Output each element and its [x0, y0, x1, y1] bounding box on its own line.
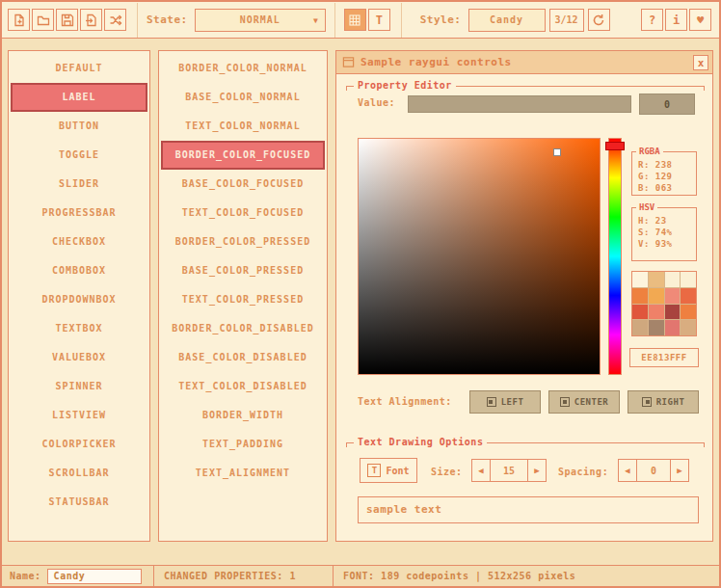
list-item[interactable]: LABEL — [11, 83, 147, 112]
list-item[interactable]: BASE_COLOR_DISABLED — [161, 343, 325, 372]
reload-style-button[interactable] — [588, 9, 610, 31]
open-folder-icon — [37, 13, 50, 27]
font-atlas-button[interactable]: T — [368, 9, 390, 31]
list-item[interactable]: TEXT_ALIGNMENT — [161, 459, 325, 488]
list-item[interactable]: SPINNER — [11, 372, 147, 401]
hue-bar[interactable] — [608, 138, 622, 375]
list-item[interactable]: SLIDER — [11, 170, 147, 199]
list-item[interactable]: COMBOBOX — [11, 256, 147, 285]
list-item[interactable]: DROPDOWNBOX — [11, 285, 147, 314]
color-swatch[interactable] — [665, 305, 681, 320]
spacing-increase-icon[interactable]: ▶ — [670, 459, 689, 482]
rgba-groupbox: RGBA R: 238 G: 129 B: 063 — [631, 151, 697, 196]
list-item[interactable]: TEXT_COLOR_DISABLED — [161, 372, 325, 401]
hex-color-textbox[interactable]: EE813FFF — [629, 348, 699, 367]
color-picker-area[interactable] — [358, 138, 601, 375]
color-swatch[interactable] — [681, 305, 696, 320]
text-alignment-label: Text Alignment: — [358, 396, 452, 407]
list-item[interactable]: SCROLLBAR — [11, 459, 147, 488]
list-item[interactable]: BUTTON — [11, 112, 147, 141]
size-label: Size: — [431, 467, 463, 477]
list-item[interactable]: BORDER_WIDTH — [161, 401, 325, 430]
list-item[interactable]: TEXT_COLOR_PRESSED — [161, 285, 325, 314]
color-picker-cursor[interactable] — [553, 148, 561, 156]
list-item[interactable]: BASE_COLOR_FOCUSED — [161, 170, 325, 199]
list-item[interactable]: BASE_COLOR_PRESSED — [161, 256, 325, 285]
close-icon[interactable]: x — [693, 55, 708, 70]
align-left-button[interactable]: LEFT — [469, 390, 541, 414]
list-item[interactable]: BORDER_COLOR_NORMAL — [161, 54, 325, 83]
align-right-button[interactable]: RIGHT — [628, 390, 699, 414]
text-drawing-label: Text Drawing Options — [354, 437, 487, 447]
list-item[interactable]: TEXT_COLOR_NORMAL — [161, 112, 325, 141]
sponsor-button[interactable]: ♥ — [689, 9, 711, 31]
color-swatch[interactable] — [665, 288, 681, 304]
random-style-button[interactable] — [104, 9, 126, 31]
new-style-button[interactable] — [8, 9, 30, 31]
open-style-button[interactable] — [32, 9, 54, 31]
statusbar-name-segment: Name: Candy — [2, 566, 154, 586]
shuffle-icon — [109, 13, 122, 27]
export-style-button[interactable] — [80, 9, 102, 31]
color-swatch[interactable] — [632, 272, 648, 287]
property-value-box[interactable]: 0 — [639, 94, 695, 115]
spacing-decrease-icon[interactable]: ◀ — [618, 459, 637, 482]
align-right-icon — [642, 397, 652, 407]
font-t-icon: T — [367, 464, 381, 477]
window-titlebar[interactable]: Sample raygui controls — [336, 51, 712, 74]
list-item[interactable]: DEFAULT — [11, 54, 147, 83]
list-item[interactable]: LISTVIEW — [11, 401, 147, 430]
table-view-button[interactable] — [344, 9, 366, 31]
color-swatch[interactable] — [632, 320, 648, 335]
align-center-button[interactable]: CENTER — [548, 390, 620, 414]
size-value[interactable]: 15 — [491, 459, 527, 482]
save-style-button[interactable] — [56, 9, 78, 31]
text-icon: T — [376, 13, 383, 27]
size-increase-icon[interactable]: ▶ — [527, 459, 547, 482]
color-swatch[interactable] — [649, 288, 664, 304]
state-dropdown[interactable]: NORMAL ▼ — [195, 9, 326, 32]
list-item[interactable]: TEXT_PADDING — [161, 430, 325, 459]
align-left-icon — [487, 397, 496, 407]
list-item[interactable]: VALUEBOX — [11, 343, 147, 372]
window-title: Sample raygui controls — [360, 56, 512, 68]
toolbar-separator — [401, 3, 402, 38]
list-item[interactable]: BORDER_COLOR_PRESSED — [161, 227, 325, 256]
list-item[interactable]: TOGGLE — [11, 141, 147, 170]
list-item[interactable]: BORDER_COLOR_DISABLED — [161, 314, 325, 343]
list-item[interactable]: CHECKBOX — [11, 227, 147, 256]
help-button[interactable]: ? — [641, 9, 663, 31]
property-value-slider[interactable] — [408, 95, 631, 113]
list-item[interactable]: BORDER_COLOR_FOCUSED — [161, 141, 325, 170]
color-swatch[interactable] — [649, 305, 664, 320]
about-button[interactable]: i — [665, 9, 687, 31]
statusbar-changed-properties: CHANGED PROPERTIES: 1 — [154, 566, 334, 586]
color-swatch[interactable] — [649, 272, 664, 287]
size-decrease-icon[interactable]: ◀ — [471, 459, 491, 482]
rgba-label: RGBA — [636, 147, 663, 156]
grid-icon — [348, 13, 361, 27]
style-name-input[interactable]: Candy — [47, 569, 142, 584]
color-swatch[interactable] — [681, 272, 696, 287]
color-swatch[interactable] — [681, 288, 696, 304]
color-swatch[interactable] — [681, 320, 696, 335]
hue-bar-selector[interactable] — [605, 142, 625, 150]
color-swatch[interactable] — [649, 320, 664, 335]
list-item[interactable]: TEXTBOX — [11, 314, 147, 343]
load-font-button[interactable]: T Font — [360, 458, 417, 483]
export-icon — [85, 13, 98, 27]
style-combobox[interactable]: Candy — [468, 9, 546, 32]
style-combobox-value: Candy — [490, 14, 523, 25]
sample-text-input[interactable]: sample text — [358, 496, 699, 523]
spacing-value[interactable]: 0 — [637, 459, 670, 482]
list-item[interactable]: PROGRESSBAR — [11, 199, 147, 227]
color-swatch[interactable] — [665, 272, 681, 287]
color-swatch[interactable] — [632, 288, 648, 304]
color-swatch[interactable] — [632, 305, 648, 320]
rgba-r-value: R: 238 — [638, 159, 696, 171]
list-item[interactable]: STATUSBAR — [11, 488, 147, 517]
list-item[interactable]: TEXT_COLOR_FOCUSED — [161, 199, 325, 227]
color-swatch[interactable] — [665, 320, 681, 335]
list-item[interactable]: COLORPICKER — [11, 430, 147, 459]
list-item[interactable]: BASE_COLOR_NORMAL — [161, 83, 325, 112]
